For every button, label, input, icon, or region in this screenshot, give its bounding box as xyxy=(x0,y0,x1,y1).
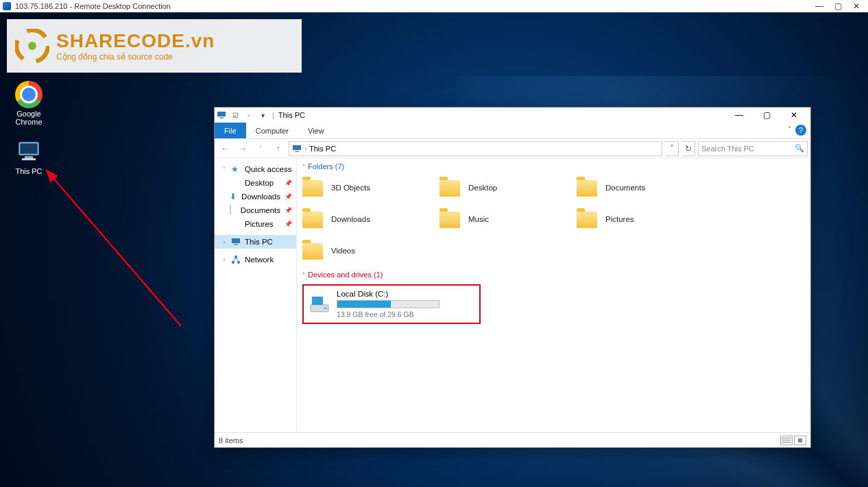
tab-computer[interactable]: Computer xyxy=(246,123,298,138)
nav-item-documents[interactable]: Documents 📌 xyxy=(215,203,296,217)
chevron-down-icon: ˅ xyxy=(302,272,305,278)
drive-name: Local Disk (C:) xyxy=(337,290,439,298)
refresh-button[interactable]: ↻ xyxy=(682,141,695,156)
desktop-icon-thispc[interactable]: This PC xyxy=(4,138,53,175)
star-icon: ★ xyxy=(231,164,241,174)
svg-rect-6 xyxy=(22,158,36,160)
folder-icon xyxy=(577,176,600,199)
download-icon: ⬇ xyxy=(230,192,237,201)
sharecode-logo-icon xyxy=(15,29,49,63)
folder-icon xyxy=(577,208,600,231)
drive-capacity-text: 13.9 GB free of 29.6 GB xyxy=(337,310,439,319)
nav-item-desktop[interactable]: Desktop 📌 xyxy=(215,176,296,190)
chevron-down-icon: ˅ xyxy=(302,164,305,170)
desktop-icon-chrome[interactable]: Google Chrome xyxy=(4,81,53,126)
address-bar[interactable]: › This PC xyxy=(289,141,662,156)
folder-pictures[interactable]: Pictures xyxy=(577,205,714,234)
pin-icon: 📌 xyxy=(285,207,292,214)
svg-rect-13 xyxy=(234,244,238,245)
drives-group-header[interactable]: ˅ Devices and drives (1) xyxy=(300,269,810,282)
rdc-maximize-button[interactable]: ▢ xyxy=(834,2,842,10)
file-explorer-window: ☑ ▫ ▾ | This PC — ▢ ✕ File Computer View… xyxy=(214,107,811,448)
explorer-maximize-button[interactable]: ▢ xyxy=(753,108,780,122)
nav-item-downloads[interactable]: ⬇ Downloads 📌 xyxy=(215,190,296,203)
svg-point-2 xyxy=(28,42,36,50)
folder-icon xyxy=(302,239,326,262)
view-large-icons-button[interactable] xyxy=(794,436,806,445)
tab-view[interactable]: View xyxy=(298,123,334,138)
nav-up-button[interactable]: ↑ xyxy=(271,141,286,156)
rdc-close-button[interactable]: ✕ xyxy=(853,2,860,10)
desktop-icon-label: Google Chrome xyxy=(4,110,53,126)
remote-desktop[interactable]: SHARECODE.vn Cộng đồng chia sẻ source co… xyxy=(0,12,868,487)
svg-rect-8 xyxy=(217,112,226,116)
svg-rect-4 xyxy=(21,144,37,153)
nav-item-pictures[interactable]: Pictures 📌 xyxy=(215,217,296,231)
folder-videos[interactable]: Videos xyxy=(302,236,439,265)
svg-rect-5 xyxy=(25,156,33,158)
nav-item-this-pc[interactable]: › This PC xyxy=(215,235,296,249)
svg-rect-19 xyxy=(324,308,326,309)
svg-rect-18 xyxy=(312,297,323,305)
rdc-icon xyxy=(3,2,11,10)
thispc-icon xyxy=(15,138,43,166)
explorer-minimize-button[interactable]: — xyxy=(725,108,753,122)
network-icon xyxy=(231,255,241,264)
search-placeholder: Search This PC xyxy=(701,145,754,153)
svg-rect-11 xyxy=(295,151,299,152)
rdc-window-controls: — ▢ ✕ xyxy=(815,2,865,10)
rdc-minimize-button[interactable]: — xyxy=(815,2,823,10)
explorer-close-button[interactable]: ✕ xyxy=(780,108,808,122)
nav-quick-access-header[interactable]: ˅ ★ Quick access xyxy=(215,162,296,176)
pc-icon xyxy=(231,237,241,247)
ribbon-expand-icon[interactable]: ˅ xyxy=(788,125,791,133)
ribbon-tabs: File Computer View ˅ ? xyxy=(215,123,810,139)
pin-icon: 📌 xyxy=(285,221,292,227)
qat-new-folder-icon[interactable]: ▫ xyxy=(243,110,254,121)
explorer-title: This PC xyxy=(278,111,305,119)
drive-icon xyxy=(309,294,330,314)
pin-icon: 📌 xyxy=(285,179,292,186)
breadcrumb[interactable]: This PC xyxy=(309,145,336,153)
status-item-count: 8 items xyxy=(219,436,243,445)
search-icon: 🔍 xyxy=(795,144,804,153)
pin-icon: 📌 xyxy=(285,193,292,200)
drive-capacity-bar xyxy=(337,300,439,308)
watermark-brand: SHARECODE.vn xyxy=(56,30,215,52)
folder-desktop[interactable]: Desktop xyxy=(439,173,577,202)
folders-group-header[interactable]: ˅ Folders (7) xyxy=(300,161,810,173)
navigation-pane: ˅ ★ Quick access Desktop 📌 ⬇ Downloads 📌… xyxy=(215,158,297,432)
address-dropdown-button[interactable]: ˅ xyxy=(665,141,679,156)
qat-dropdown-icon[interactable]: ▾ xyxy=(257,110,268,121)
folder-music[interactable]: Music xyxy=(439,205,577,234)
nav-item-network[interactable]: › Network xyxy=(215,253,296,266)
folder-downloads[interactable]: Downloads xyxy=(302,205,439,234)
nav-forward-button[interactable]: → xyxy=(235,141,250,156)
folder-documents[interactable]: Documents xyxy=(577,173,714,202)
annotation-highlight-box: Local Disk (C:) 13.9 GB free of 29.6 GB xyxy=(302,284,481,324)
address-pc-icon xyxy=(292,144,302,153)
rdc-title: 103.75.186.210 - Remote Desktop Connecti… xyxy=(15,2,171,10)
svg-line-7 xyxy=(52,177,181,326)
chrome-icon xyxy=(15,81,43,108)
sharecode-watermark: SHARECODE.vn Cộng đồng chia sẻ source co… xyxy=(7,19,302,73)
folder-icon xyxy=(439,208,463,231)
view-details-button[interactable] xyxy=(780,436,793,445)
watermark-tagline: Cộng đồng chia sẻ source code xyxy=(56,52,215,62)
tab-file[interactable]: File xyxy=(215,123,246,138)
search-input[interactable]: Search This PC 🔍 xyxy=(698,141,808,156)
nav-history-dropdown[interactable]: ˅ xyxy=(253,141,268,156)
document-icon xyxy=(230,205,231,214)
rdc-titlebar: 103.75.186.210 - Remote Desktop Connecti… xyxy=(0,0,868,12)
qat-properties-icon[interactable]: ☑ xyxy=(230,110,241,121)
help-icon[interactable]: ? xyxy=(795,125,806,136)
drive-local-disk-c[interactable]: Local Disk (C:) 13.9 GB free of 29.6 GB xyxy=(309,290,474,319)
drive-capacity-fill xyxy=(337,301,391,308)
nav-back-button[interactable]: ← xyxy=(217,141,232,156)
quick-access-toolbar: ☑ ▫ ▾ xyxy=(216,110,268,121)
svg-rect-10 xyxy=(293,145,301,150)
annotation-arrow xyxy=(37,162,195,340)
explorer-titlebar[interactable]: ☑ ▫ ▾ | This PC — ▢ ✕ xyxy=(215,108,810,123)
svg-rect-12 xyxy=(232,238,240,243)
folder-3d-objects[interactable]: 3D Objects xyxy=(302,173,439,202)
